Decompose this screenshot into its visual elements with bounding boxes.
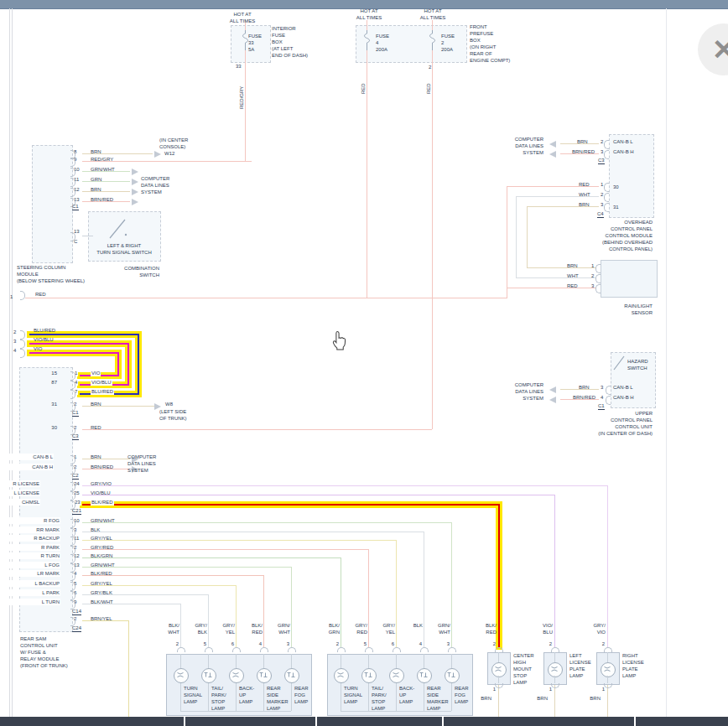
lamp-name: REARFOGLAMP xyxy=(294,685,309,705)
oh-brnred: BRN/RED xyxy=(572,148,595,155)
ground-wire-label: BRN xyxy=(528,695,548,702)
wire xyxy=(516,277,596,278)
arrow-icon xyxy=(132,189,138,195)
lamp-internal-wire xyxy=(607,652,608,662)
sam-circuit-label: L PARK xyxy=(8,589,60,596)
wire xyxy=(424,532,424,647)
wire xyxy=(507,186,507,298)
lamp-wire-color: BLK/GRN xyxy=(315,622,340,635)
fuse33-pin: 33 xyxy=(236,63,242,70)
computer-data-lines-1: COMPUTERDATA LINESSYSTEM xyxy=(141,175,169,195)
connector-label: C24 xyxy=(72,625,81,632)
lamp-wire-color: BLK/RED xyxy=(237,622,263,635)
lamp-pin-number: 2 xyxy=(170,640,179,647)
wire xyxy=(507,288,596,288)
scrollbar-thumb[interactable] xyxy=(444,717,634,726)
wire-color-label: GRN/WHT xyxy=(91,517,115,524)
relay-30: 30 xyxy=(7,424,57,431)
arrow-icon xyxy=(549,141,556,148)
arrow-icon xyxy=(549,386,556,393)
wire-color-label: RED/GRY xyxy=(91,156,113,163)
wire-color-label: BRN xyxy=(91,148,101,155)
sam-circuit-label: L FOG xyxy=(8,562,60,568)
interior-fuse-caption: INTERIORFUSEBOX(AT LEFTEND OF DASH) xyxy=(272,25,308,59)
lamp-pin-number: 2 xyxy=(487,640,496,647)
connector-arc xyxy=(604,183,609,192)
wiring-diagram-canvas: 8BRN9RED/GRY10GRN/WHT11GRN12BRN13BRN/RED… xyxy=(0,0,728,726)
hot-at-1: HOT ATALL TIMES xyxy=(224,11,261,24)
lamp-internal-wire xyxy=(180,654,181,668)
hl-pin-3: 3 xyxy=(13,338,16,345)
lamp-internal-wire xyxy=(368,682,369,711)
wire-red-label: RED xyxy=(35,291,46,298)
wire-color-label: BRN/RED xyxy=(91,196,113,203)
connector-arc xyxy=(595,274,601,283)
ground-wire-label: BRN xyxy=(580,695,601,702)
lamp-internal-wire xyxy=(498,652,499,662)
wire-color-label: GRY/VIO xyxy=(91,480,112,487)
wire xyxy=(82,236,93,236)
sam-circuit-label: R LICENSE xyxy=(0,480,40,487)
lamp-internal-wire xyxy=(424,654,424,668)
lamp-pin-number: 5 xyxy=(198,640,206,647)
oh-pin1: 1 xyxy=(601,181,603,188)
wire xyxy=(236,585,237,647)
scrollbar-thumb[interactable] xyxy=(0,717,184,726)
lamp-pin-number: 1 xyxy=(598,686,605,692)
connector-arc xyxy=(495,683,503,688)
wire xyxy=(607,485,608,647)
lamp-wire-color: GRY/YEL xyxy=(210,622,235,635)
sam-circuit-label: CAN-B L xyxy=(2,454,54,460)
connector-arc xyxy=(595,264,601,273)
steering-c: C xyxy=(74,238,77,245)
lamp-internal-wire xyxy=(554,676,555,683)
lamp-pin-number: 4 xyxy=(253,640,262,647)
wire xyxy=(396,540,397,647)
wire-color-label: VIO/BLU xyxy=(91,379,112,386)
hl-label-vioblu: VIO/BLU xyxy=(34,336,54,343)
computer-data-lines-2: COMPUTERDATA LINESSYSTEM xyxy=(127,454,156,474)
wire-color-label: GRN/WHT xyxy=(91,166,115,173)
lamp-pin-number: 6 xyxy=(386,640,394,647)
lamp-internal-wire xyxy=(396,654,397,668)
w8-note: (LEFT SIDEOF TRUNK) xyxy=(159,408,187,422)
oh-wht: WHT xyxy=(579,191,590,198)
wire xyxy=(82,540,397,541)
wire xyxy=(82,459,130,459)
connector-arc xyxy=(337,647,346,652)
lamp-internal-wire xyxy=(208,682,209,711)
wire xyxy=(451,522,452,647)
wire xyxy=(82,429,432,430)
oh-pin2b: 2 xyxy=(601,191,603,198)
arrow-icon xyxy=(549,397,556,403)
scrollbar-thumb[interactable] xyxy=(185,717,315,726)
lamp-pin-number: 3 xyxy=(281,640,289,647)
rain-red: RED xyxy=(567,283,578,289)
connector-arc xyxy=(205,647,213,652)
up-canbh: CAN-B H xyxy=(613,394,634,401)
lamp-wire-color: GRY/YEL xyxy=(370,622,395,635)
wire xyxy=(432,20,433,30)
close-button[interactable]: ✕ xyxy=(698,23,728,75)
wire-label-red-vertical-2: RED xyxy=(425,83,432,94)
connector-arc xyxy=(595,284,601,293)
wire-color-label: BLK xyxy=(91,526,100,533)
scrollbar-thumb[interactable] xyxy=(317,717,442,726)
comb-switch-name: COMBINATIONSWITCH xyxy=(109,265,159,278)
lamp-name: BACK-UPLAMP xyxy=(399,685,414,705)
lamp-wire-color: GRY/RED xyxy=(342,622,367,635)
arrow-icon xyxy=(549,151,556,158)
wire xyxy=(554,495,555,647)
connector-arc xyxy=(604,203,609,212)
lamp-pin-number: 5 xyxy=(358,640,367,647)
up-c1: C1 xyxy=(598,402,605,410)
oh-c3: C3 xyxy=(598,157,605,164)
wire xyxy=(432,49,433,429)
lamp-internal-wire xyxy=(396,682,397,711)
lamp-name: TAIL/PARK/STOPLAMP xyxy=(211,685,226,712)
scrollbar-thumb[interactable] xyxy=(636,717,728,726)
wire xyxy=(516,196,517,278)
connector-arc xyxy=(604,683,612,688)
rain-light-sensor-box xyxy=(601,260,658,298)
wire xyxy=(527,206,528,268)
